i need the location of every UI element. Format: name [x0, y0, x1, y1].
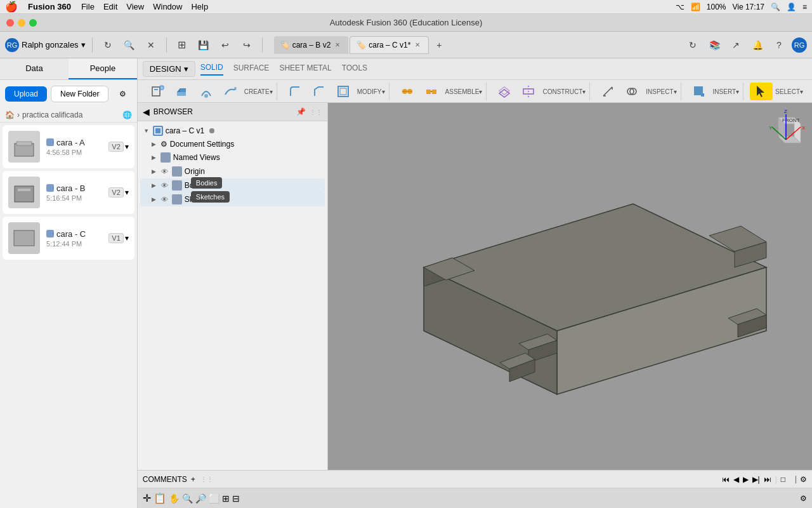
user-icon[interactable]: 👤: [787, 3, 796, 11]
close-panel-button[interactable]: ✕: [142, 36, 160, 54]
tab-close-b[interactable]: ✕: [333, 41, 342, 50]
mode-tools[interactable]: TOOLS: [342, 64, 367, 75]
apple-menu[interactable]: 🍎: [5, 1, 18, 13]
app-name[interactable]: Fusion 360: [28, 2, 71, 11]
named-views-expand[interactable]: ▶: [150, 154, 158, 161]
save-button[interactable]: 💾: [195, 36, 213, 54]
create-dropdown-icon[interactable]: ▾: [270, 88, 273, 95]
assemble-dropdown-icon[interactable]: ▾: [479, 88, 482, 95]
globe-icon[interactable]: 🌐: [122, 110, 132, 119]
sweep-button[interactable]: [219, 83, 242, 100]
file-item-cara-c[interactable]: cara - C 5:12:44 PM V1 ▾: [3, 217, 134, 260]
joint-button[interactable]: [396, 83, 419, 100]
menu-window[interactable]: Window: [153, 2, 182, 11]
navigate-end-button[interactable]: ⏭: [764, 475, 771, 484]
tab-close-c[interactable]: ✕: [413, 41, 422, 50]
settings-button-bottom[interactable]: ⚙: [800, 475, 807, 484]
revolve-button[interactable]: [195, 83, 218, 100]
select-dropdown-icon[interactable]: ▾: [800, 88, 803, 95]
create-sketch-button[interactable]: +: [147, 83, 169, 100]
doc-settings-expand[interactable]: ▶: [150, 140, 158, 148]
grid-button[interactable]: ⊞: [173, 36, 191, 54]
measure-button[interactable]: [596, 83, 619, 100]
grid-toggle-button[interactable]: ⊞: [222, 493, 230, 504]
tree-root-item[interactable]: ▼ cara – C v1: [140, 124, 325, 138]
hand-button[interactable]: ✋: [169, 493, 180, 504]
modify-dropdown-icon[interactable]: ▾: [382, 88, 385, 95]
add-comment-button[interactable]: +: [191, 475, 195, 484]
panel-settings-button[interactable]: ⚙: [114, 85, 132, 103]
pan-button[interactable]: 📋: [154, 492, 166, 504]
file-item-cara-b[interactable]: cara - B 5:16:54 PM V2 ▾: [3, 171, 134, 214]
file-version-cara-a[interactable]: V2 ▾: [108, 142, 128, 152]
undo-button[interactable]: ↩: [216, 36, 234, 54]
key-frame-button[interactable]: □: [781, 475, 785, 484]
bodies-expand[interactable]: ▶: [150, 182, 158, 189]
zoom-button[interactable]: 🔍: [182, 493, 193, 504]
upload-button[interactable]: Upload: [5, 86, 47, 102]
tree-bodies[interactable]: ▶ 👁 Bodies Bodies: [140, 178, 325, 192]
play-button[interactable]: ▶: [743, 475, 749, 484]
mode-surface[interactable]: SURFACE: [233, 64, 270, 75]
extrude-button[interactable]: [171, 83, 193, 100]
construct-dropdown-icon[interactable]: ▾: [582, 88, 586, 95]
offset-plane-button[interactable]: [493, 83, 516, 100]
mode-solid[interactable]: SOLID: [200, 63, 223, 76]
fit-button[interactable]: ⬜: [209, 493, 219, 504]
close-button[interactable]: [6, 19, 14, 27]
menu-file[interactable]: File: [81, 2, 95, 11]
as-built-joint-button[interactable]: [420, 83, 443, 100]
midplane-button[interactable]: [517, 83, 540, 100]
maximize-button[interactable]: [29, 19, 37, 27]
tab-people[interactable]: People: [69, 58, 137, 79]
new-folder-button[interactable]: New Folder: [51, 86, 108, 102]
breadcrumb-path[interactable]: practica calificada: [22, 110, 82, 119]
user-avatar-right[interactable]: RG: [792, 37, 807, 53]
tree-sketches[interactable]: ▶ 👁 Sketches Sketches: [140, 192, 325, 206]
view-cube[interactable]: FRONT X Y Z: [766, 108, 807, 151]
3d-viewport[interactable]: FRONT X Y Z: [328, 103, 812, 470]
navigate-next-button[interactable]: ▶|: [752, 475, 760, 484]
browser-collapse-icon[interactable]: ◀: [143, 107, 150, 117]
menu-icon[interactable]: ≡: [802, 3, 807, 11]
search-icon[interactable]: 🔍: [771, 3, 780, 11]
orbit-button[interactable]: ✛: [143, 492, 151, 504]
select-button[interactable]: [750, 83, 773, 100]
timeline-button[interactable]: ⎹: [789, 475, 796, 484]
tab-cara-c[interactable]: 🏷️ cara – C v1* ✕: [350, 36, 429, 54]
tree-origin[interactable]: ▶ 👁 Origin: [140, 164, 325, 178]
tab-data[interactable]: Data: [0, 58, 69, 79]
shell-button[interactable]: [332, 83, 355, 100]
navigate-start-button[interactable]: ⏮: [722, 475, 730, 484]
origin-expand[interactable]: ▶: [150, 168, 158, 175]
tree-doc-settings[interactable]: ▶ ⚙ Document Settings: [140, 138, 325, 150]
origin-visibility-icon[interactable]: 👁: [160, 167, 169, 176]
navigate-prev-button[interactable]: ◀: [733, 475, 739, 484]
zoom-window-button[interactable]: 🔎: [195, 493, 206, 504]
search-button[interactable]: 🔍: [121, 36, 138, 54]
menu-edit[interactable]: Edit: [103, 2, 117, 11]
chamfer-button[interactable]: [308, 83, 331, 100]
viewport-settings-button[interactable]: ⚙: [800, 494, 807, 503]
minimize-button[interactable]: [18, 19, 25, 27]
interference-button[interactable]: [620, 83, 643, 100]
mode-sheet-metal[interactable]: SHEET METAL: [279, 64, 331, 75]
browser-pin-icon[interactable]: 📌: [296, 107, 306, 116]
menu-view[interactable]: View: [126, 2, 144, 11]
fillet-button[interactable]: [284, 83, 306, 100]
tree-named-views[interactable]: ▶ Named Views: [140, 150, 325, 164]
file-item-cara-a[interactable]: cara - A 4:56:58 PM V2 ▾: [3, 125, 134, 168]
help-button[interactable]: ?: [770, 36, 788, 54]
design-mode-button[interactable]: DESIGN ▾: [143, 61, 195, 77]
sync-button[interactable]: ↻: [99, 36, 117, 54]
refresh-button[interactable]: ↻: [684, 36, 702, 54]
file-version-cara-c[interactable]: V1 ▾: [108, 233, 128, 243]
display-mode-button[interactable]: ⊟: [232, 493, 240, 504]
sketches-expand[interactable]: ▶: [150, 196, 158, 203]
file-version-cara-b[interactable]: V2 ▾: [108, 187, 128, 197]
library-button[interactable]: 📚: [705, 36, 723, 54]
sketches-visibility-icon[interactable]: 👁: [160, 195, 169, 204]
home-icon[interactable]: 🏠: [5, 110, 15, 119]
insert-dropdown-icon[interactable]: ▾: [736, 88, 739, 95]
tree-root-expand[interactable]: ▼: [143, 127, 150, 135]
